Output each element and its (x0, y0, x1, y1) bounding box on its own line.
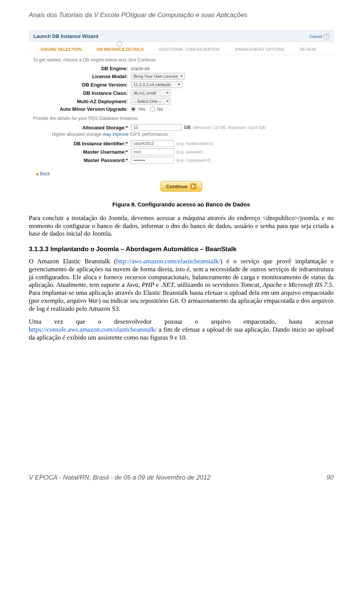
footer-page-number: 90 (326, 474, 334, 481)
arrow-right-icon (190, 183, 196, 189)
select-license-model[interactable]: Bring Your Own License (131, 73, 185, 80)
label-auto-minor: Auto Minor Version Upgrade: (33, 106, 128, 112)
figure-caption: Figura 8. Configurando acesso ao Banco d… (29, 201, 334, 208)
radio-yes[interactable] (131, 107, 136, 112)
value-db-engine: oracle-ee (131, 66, 150, 71)
wizard-cancel-label: Cancel (309, 34, 322, 39)
wizard-title: Launch DB Instance Wizard (33, 33, 98, 39)
chevron-left-icon: ◀ (35, 172, 38, 176)
radio-no[interactable] (150, 107, 155, 112)
step-additional-config: ADDITIONAL CONFIGURATION (159, 47, 220, 52)
step-indicator-icon (116, 41, 122, 47)
label-engine-version: DB Engine Version: (33, 82, 128, 88)
dbid-hint: (e.g. mydbinstance) (176, 141, 213, 146)
db-wizard-screenshot: Launch DB Instance Wizard Cancel × ENGIN… (29, 30, 334, 199)
input-db-identifier[interactable]: cbsoft2012 (131, 140, 174, 147)
radio-no-label: No (157, 107, 163, 112)
page-footer: V EPOCA - Natal/RN, Brasil - de 05 a 09 … (0, 469, 364, 488)
wizard-instruction: To get started, choose a DB engine below… (29, 57, 333, 65)
footer-left: V EPOCA - Natal/RN, Brasil - de 05 a 09 … (29, 474, 210, 481)
storage-hint: (Minimum: 10 GB, Maximum: 1024 GB) (193, 125, 266, 130)
label-master-username: Master Username:* (33, 149, 128, 155)
label-multiaz: Multi-AZ Deployment: (33, 99, 128, 104)
paragraph-1: Para concluir a instalação do Joomla, de… (29, 214, 334, 238)
iops-hint: Higher allocated storage may improve IOP… (29, 132, 333, 139)
label-db-engine: DB Engine: (33, 66, 128, 71)
wizard-steps: ENGINE SELECTION DB INSTANCE DETAILS ADD… (29, 42, 333, 55)
input-master-username[interactable]: root (131, 148, 174, 155)
heading-3133: 3.1.3.3 Implantando o Joomla – Abordagem… (29, 245, 334, 253)
continue-button[interactable]: Continue (160, 181, 202, 192)
step-db-instance-details: DB INSTANCE DETAILS (97, 47, 144, 52)
link-beanstalk[interactable]: http://aws.amazon.com/elasticbeanstalk/ (116, 258, 220, 265)
mpass-hint: (e.g. mypassword) (176, 158, 210, 162)
select-instance-class[interactable]: db.m1.small (131, 90, 171, 96)
step-management-options: MANAGEMENT OPTIONS (235, 47, 284, 52)
label-db-identifier: DB Instance Identifier:* (33, 141, 128, 146)
select-engine-version[interactable]: 11.2.0.2.v4 (default) (131, 81, 182, 88)
muser-hint: (e.g. awsuser) (176, 149, 203, 154)
gb-unit: GB (184, 125, 191, 130)
continue-label: Continue (166, 184, 187, 189)
back-link[interactable]: ◀ Back (29, 169, 56, 179)
step-review: REVIEW (300, 47, 316, 52)
label-instance-class: DB Instance Class: (33, 90, 128, 96)
radio-yes-label: Yes (138, 107, 146, 112)
paragraph-2: O Amazon Elastic Beanstalk (http://aws.a… (29, 258, 334, 313)
details-hint: Provide the details for your RDS Databas… (29, 116, 333, 123)
back-label: Back (40, 171, 50, 176)
close-icon[interactable]: × (324, 34, 329, 39)
label-storage: Allocated Storage:* (33, 125, 128, 131)
page-header: Anais dos Tutoriais da V Escola POtiguar… (29, 11, 334, 19)
paragraph-3: Uma vez que o desenvolvedor possua o arq… (29, 318, 334, 341)
wizard-cancel[interactable]: Cancel × (309, 34, 329, 39)
label-license-model: License Model: (33, 74, 128, 79)
input-master-password[interactable]: •••••••• (131, 157, 174, 164)
label-master-password: Master Password:* (33, 157, 128, 163)
link-console-beanstalk[interactable]: https://console.aws.amazon.com/elasticbe… (29, 326, 157, 333)
step-engine-selection: ENGINE SELECTION (41, 47, 82, 52)
select-multiaz[interactable]: – Select One – (131, 98, 171, 105)
input-storage[interactable]: 10 (131, 124, 182, 131)
wizard-titlebar: Launch DB Instance Wizard Cancel × (29, 31, 333, 42)
